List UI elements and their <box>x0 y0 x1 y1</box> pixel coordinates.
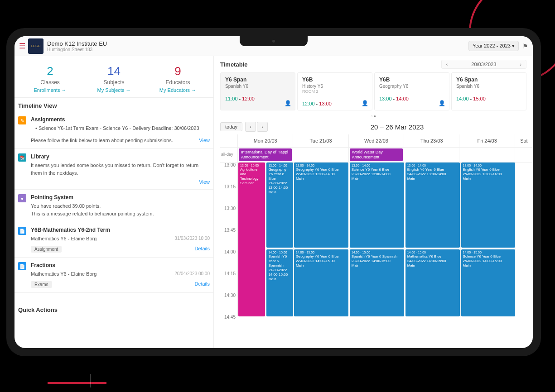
calendar-nav: today ‹ › 20 – 26 Mar 2023 <box>214 119 533 134</box>
allday-event[interactable]: International Day of HappiAnnouncement <box>239 148 292 161</box>
time-label: 14:30 <box>220 293 237 315</box>
institute-name: Demo K12 Institute EU <box>47 40 107 47</box>
annotation-vert <box>91 374 91 387</box>
day-lane-mon: 13:00 - 16:00 Agriculture and Technology… <box>237 163 293 316</box>
timeline-line1: You have reached 39.00 points. <box>31 202 210 210</box>
event[interactable]: 13:00 - 14:00 English Y6 Year 6 Blue 24-… <box>405 163 460 248</box>
event[interactable]: 13:00 - 14:00 Geography Y6 Year 6 Blue 2… <box>294 163 348 248</box>
timeline-bullet: • Science Y6-1st Term Exam - Science Y6 … <box>35 124 210 132</box>
calendar-range: 20 – 26 Mar 2023 <box>268 123 526 131</box>
prev-week-button[interactable]: ‹ <box>245 122 256 132</box>
timeline-pointing: ● Pointing System You have reached 39.00… <box>14 190 213 222</box>
slot-subject: Geography Y6 <box>379 84 444 89</box>
annotation-line <box>48 382 106 384</box>
timeline-title: Pointing System <box>31 194 210 201</box>
timeline-date: 31/03/2023 10:00 <box>174 236 210 241</box>
timeline-title: Assignments <box>31 116 210 123</box>
tablet-notch <box>240 36 308 46</box>
calendar-grid: Mon 20/03 Tue 21/03 Wed 22/03 Thu 23/03 … <box>214 134 533 316</box>
timetable-date: 20/03/2023 <box>453 62 514 67</box>
slot-class: Y6 Span <box>225 76 290 83</box>
timeline-math-assignment: 📄 Y6B-Mathematics Y6-2nd Term Mathematic… <box>14 222 213 258</box>
event[interactable]: 14:00 - 15:00 Spanish Y6 Year 6 Spannish… <box>350 249 404 316</box>
flag-icon[interactable]: ⚑ <box>522 43 528 50</box>
slot-subject: Spanish Y6 <box>456 84 521 89</box>
timetable-title: Timetable <box>220 61 247 68</box>
allday-event[interactable]: World Water DayAnnouncement <box>350 148 403 161</box>
timeline-line2: This is a message related to behaviour p… <box>31 210 210 218</box>
enrollments-link[interactable]: Enrollments → <box>18 87 82 93</box>
timeline-assignments: ✎ Assignments • Science Y6-1st Term Exam… <box>14 112 213 149</box>
app-screen: ☰ LOGO Demo K12 Institute EU Huntingdon … <box>14 36 533 348</box>
timetable-header: Timetable ‹ 20/03/2023 › <box>214 56 533 72</box>
event[interactable]: 14:00 - 15:00 Mathematics Y6 Blue 24-03-… <box>405 249 460 316</box>
left-panel: 2 Classes Enrollments → 14 Subjects My S… <box>14 56 214 348</box>
time-label: 13:30 <box>220 206 237 228</box>
book-icon: 📚 <box>18 153 26 162</box>
teacher-icon: 👤 <box>439 100 445 106</box>
timetable-slot[interactable]: Y6 Span Spanish Y6 14:00 - 15:00 <box>451 72 526 110</box>
teacher-icon: 👤 <box>285 100 291 106</box>
timeline-library: 📚 Library It seems you lended some books… <box>14 149 213 190</box>
view-link[interactable]: View <box>199 179 210 185</box>
stat-educators: 9 Educators My Educators → <box>146 64 210 93</box>
timetable-slot[interactable]: Y6B History Y6 ROOM 2 12:00 - 13:00 👤 <box>297 72 372 110</box>
timetable-slot[interactable]: Y6B Geography Y6 13:00 - 14:00 👤 <box>374 72 449 110</box>
menu-icon[interactable]: ☰ <box>19 42 25 50</box>
day-header: Mon 20/03 <box>237 134 293 147</box>
day-header: Wed 22/03 <box>348 134 404 147</box>
day-header: Sat <box>515 134 533 147</box>
slot-class: Y6B <box>379 76 444 83</box>
year-dropdown[interactable]: Year 2022 - 2023 ▾ <box>468 41 519 51</box>
timetable-slots: Y6 Span Spanish Y6 11:00 - 12:00 👤 Y6B H… <box>214 72 533 113</box>
slot-subject: Spanish Y6 <box>225 84 290 89</box>
timeline-subtitle: Mathematics Y6 - Elaine Borg <box>31 271 97 277</box>
app-logo[interactable]: LOGO <box>28 38 43 54</box>
details-link[interactable]: Details <box>194 246 210 251</box>
teacher-icon: 👤 <box>362 100 368 106</box>
timetable-slot[interactable]: Y6 Span Spanish Y6 11:00 - 12:00 👤 <box>220 72 295 110</box>
event[interactable]: 14:00 - 15:00 Science Y6 Year 6 Blue 25-… <box>461 249 516 316</box>
assignment-tag: Assignment <box>31 246 62 253</box>
event[interactable]: 13:00 - 14:00 Geography Y6 Year 6 Blue 2… <box>266 163 293 248</box>
timeline-note: Please follow the link below to learn ab… <box>31 137 173 144</box>
event[interactable]: 14:00 - 15:00 Geography Y6 Year 6 Blue 2… <box>294 249 348 316</box>
carousel-dots[interactable]: ○ ● <box>214 113 533 119</box>
time-label: 14:15 <box>220 271 237 293</box>
timeline-subtitle: Mathematics Y6 - Elaine Borg <box>31 236 97 241</box>
stat-classes: 2 Classes Enrollments → <box>18 64 82 93</box>
next-week-button[interactable]: › <box>257 122 268 132</box>
timeline-title: Y6B-Mathematics Y6-2nd Term <box>31 227 110 233</box>
event-seminar[interactable]: 13:00 - 16:00 Agriculture and Technology… <box>238 163 265 316</box>
stat-classes-label: Classes <box>18 79 82 86</box>
chevron-down-icon: ▾ <box>512 43 515 48</box>
year-dropdown-label: Year 2022 - 2023 <box>473 43 511 48</box>
details-link[interactable]: Details <box>194 281 210 287</box>
stat-classes-value: 2 <box>18 64 82 78</box>
stat-educators-value: 9 <box>146 64 210 78</box>
event[interactable]: 13:00 - 14:00 English Y6 Year 6 Blue 25-… <box>461 163 516 248</box>
today-button[interactable]: today <box>220 122 242 131</box>
slot-room: ROOM 2 <box>302 89 367 94</box>
next-day-button[interactable]: › <box>520 62 521 67</box>
time-label: 14:00 <box>220 249 237 271</box>
timeline-text: It seems you lended some books you misse… <box>31 162 210 177</box>
event[interactable]: 13:00 - 14:00 Science Y6 Year 6 Blue 23-… <box>350 163 404 248</box>
allday-label: all-day <box>220 148 237 162</box>
my-subjects-link[interactable]: My Subjects → <box>82 87 146 93</box>
stat-subjects-label: Subjects <box>82 79 146 86</box>
day-lane-thu: 13:00 - 14:00 English Y6 Year 6 Blue 24-… <box>405 163 460 316</box>
institute-address: Huntingdon Street 183 <box>47 47 107 52</box>
point-icon: ● <box>18 194 26 202</box>
timeline-fractions: 📄 Fractions Mathematics Y6 - Elaine Borg… <box>14 258 213 293</box>
my-educators-link[interactable]: My Educators → <box>146 87 210 93</box>
exams-tag: Exams <box>31 281 52 288</box>
stat-subjects-value: 14 <box>82 64 146 78</box>
slot-class: Y6B <box>302 76 367 83</box>
event[interactable]: 14:00 - 15:00 Spanish Y6 Year 6 Spannish… <box>266 249 293 316</box>
doc-icon: 📄 <box>18 262 26 270</box>
slot-subject: History Y6 <box>302 84 367 89</box>
day-header: Tue 21/03 <box>293 134 348 147</box>
prev-day-button[interactable]: ‹ <box>446 62 448 67</box>
view-link[interactable]: View <box>199 138 210 143</box>
